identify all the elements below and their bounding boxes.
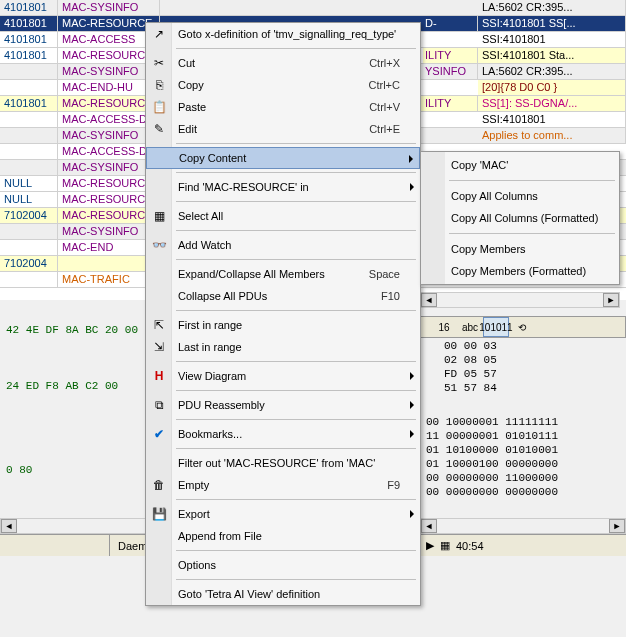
menu-filter-out[interactable]: Filter out 'MAC-RESOURCE' from 'MAC' [146,452,420,474]
grid-icon[interactable]: ▦ [440,539,450,552]
cell-id [0,240,58,255]
find-in-icon [151,179,167,195]
submenu-arrow-icon [410,372,414,380]
cell-message: LA:5602 CR:395... [478,64,626,80]
hex-line [0,406,12,410]
context-menu[interactable]: ↗Goto x-definition of 'tmv_signalling_re… [145,22,421,606]
menu-shortcut: Ctrl+C [369,79,400,91]
menu-view-diagram[interactable]: HView Diagram [146,365,420,387]
bin-line: 11 00000001 01010111 [426,430,558,442]
menu-expand-collapse[interactable]: Expand/Collapse All MembersSpace [146,263,420,285]
collapse-pdus-icon [151,288,167,304]
cell-id [0,128,58,143]
toolbar-btn-3[interactable]: 101011 [483,317,509,337]
menu-label: Empty [178,479,387,491]
export-icon: 💾 [151,506,167,522]
copy-content-submenu[interactable]: Copy 'MAC'Copy All ColumnsCopy All Colum… [420,151,620,285]
bin-line: 00 10000001 11111111 [426,416,558,428]
cell-message: SSI:4101801 [478,32,626,48]
bin-line: 00 00000000 00000000 [426,486,558,498]
menu-label: Find 'MAC-RESOURCE' in [178,181,414,193]
menu-last-range[interactable]: ⇲Last in range [146,336,420,358]
menu-copy-content[interactable]: Copy Content [146,147,420,169]
cell-facility: ILITY [423,48,478,64]
menu-pdu-reassembly[interactable]: ⧉PDU Reassembly [146,394,420,416]
status-time: 40:54 [456,540,484,552]
cell-message: SSI:4101801 Sta... [478,48,626,64]
hex-right-line: 00 00 03 [444,340,497,352]
menu-goto-xdef[interactable]: ↗Goto x-definition of 'tmv_signalling_re… [146,23,420,45]
menu-shortcut: Space [369,268,400,280]
menu-select-all[interactable]: ▦Select All [146,205,420,227]
hex-line [0,350,12,354]
menu-label: Goto 'Tetra AI View' definition [178,588,414,600]
hex-right-line: FD 05 57 [444,368,497,380]
menu-label: Cut [178,57,369,69]
menu-copy[interactable]: ⎘CopyCtrl+C [146,74,420,96]
cell-message: [20]{78 D0 C0 } [478,80,626,96]
cell-id [0,160,58,175]
menu-bookmarks[interactable]: ✔Bookmarks... [146,423,420,445]
menu-collapse-pdus[interactable]: Collapse All PDUsF10 [146,285,420,307]
submenu-copy-members-fmt[interactable]: Copy Members (Formatted) [421,260,619,282]
cell-id [0,112,58,127]
hex-line: 42 4E DF 8A BC 20 00 [0,322,144,338]
menu-first-range[interactable]: ⇱First in range [146,314,420,336]
menu-find-in[interactable]: Find 'MAC-RESOURCE' in [146,176,420,198]
menu-label: PDU Reassembly [178,399,414,411]
cell-id: 7102004 [0,208,58,223]
toolbar-btn-4[interactable]: ⟲ [509,317,535,337]
menu-cut[interactable]: ✂CutCtrl+X [146,52,420,74]
cell-id: 4101801 [0,32,58,47]
copy-content-icon [152,150,168,166]
menu-label: Last in range [178,341,414,353]
menu-edit[interactable]: ✎EditCtrl+E [146,118,420,140]
menu-shortcut: Ctrl+V [369,101,400,113]
submenu-arrow-icon [410,183,414,191]
submenu-copy-members[interactable]: Copy Members [421,238,619,260]
toolbar-btn-1[interactable]: 16 [431,317,457,337]
cell-id: NULL [0,176,58,191]
menu-label: Filter out 'MAC-RESOURCE' from 'MAC' [178,457,414,469]
submenu-label: Copy Members [451,243,526,255]
hex-line: 24 ED F8 AB C2 00 [0,378,124,394]
menu-shortcut: Ctrl+X [369,57,400,69]
bookmarks-icon: ✔ [151,426,167,442]
menu-label: Append from File [178,530,414,542]
right-scrollbar[interactable]: ◄► [420,292,620,308]
add-watch-icon: 👓 [151,237,167,253]
cell-id: 4101801 [0,96,58,111]
hex-toolbar[interactable]: |16abc101011⟲ [404,316,626,338]
menu-append-file[interactable]: Append from File [146,525,420,547]
submenu-arrow-icon [410,430,414,438]
submenu-copy-all-cols[interactable]: Copy All Columns [421,185,619,207]
cell-id [0,144,58,159]
menu-label: Export [178,508,414,520]
menu-options[interactable]: Options [146,554,420,576]
play-icon[interactable]: ▶ [426,539,434,552]
bin-scrollbar[interactable]: ◄► [420,518,626,534]
menu-empty[interactable]: 🗑EmptyF9 [146,474,420,496]
append-file-icon [151,528,167,544]
cell-message: Applies to comm... [478,128,626,144]
menu-label: Copy Content [179,152,413,164]
menu-label: Add Watch [178,239,414,251]
options-icon [151,557,167,573]
menu-export[interactable]: 💾Export [146,503,420,525]
menu-label: Collapse All PDUs [178,290,381,302]
menu-label: Options [178,559,414,571]
submenu-arrow-icon [410,401,414,409]
menu-add-watch[interactable]: 👓Add Watch [146,234,420,256]
submenu-arrow-icon [409,155,413,163]
menu-label: First in range [178,319,414,331]
hex-line: 0 80 [0,462,38,478]
hex-right-line: 02 08 05 [444,354,497,366]
menu-label: Copy [178,79,369,91]
select-all-icon: ▦ [151,208,167,224]
menu-paste[interactable]: 📋PasteCtrl+V [146,96,420,118]
submenu-copy-mac[interactable]: Copy 'MAC' [421,154,619,176]
menu-goto-tetra[interactable]: Goto 'Tetra AI View' definition [146,583,420,605]
menu-label: View Diagram [178,370,414,382]
paste-icon: 📋 [151,99,167,115]
submenu-copy-all-cols-fmt[interactable]: Copy All Columns (Formatted) [421,207,619,229]
